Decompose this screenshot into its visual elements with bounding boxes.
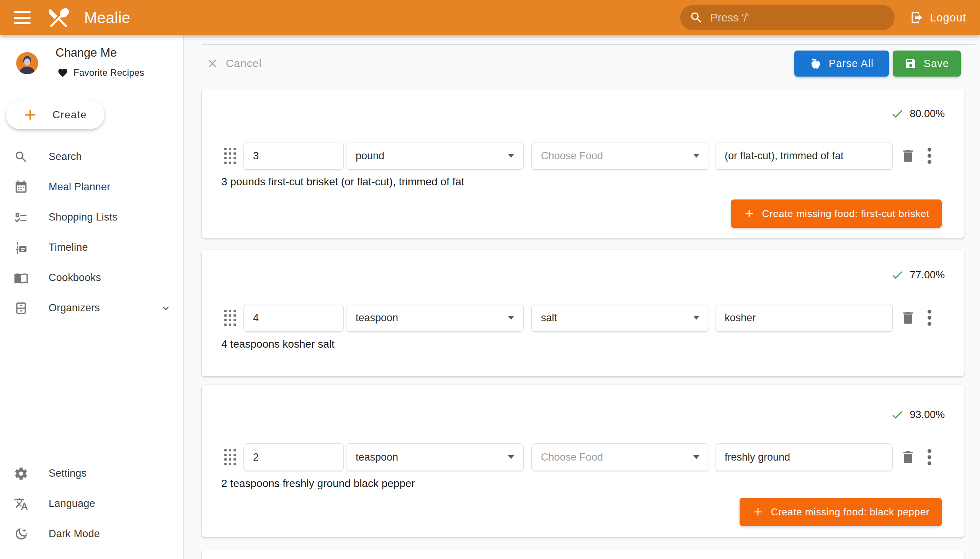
translate-icon [14,496,28,511]
section-divider [202,44,975,45]
mealie-app: Mealie Logout [0,0,980,559]
ingredient-card: 80.00% pound Choose Food [202,89,964,238]
original-ingredient-text: 2 teaspoons freshly ground black pepper [221,478,415,490]
sidebar-item-shopping-lists[interactable]: Shopping Lists [0,202,183,232]
check-icon [891,408,904,422]
trash-icon [900,449,916,465]
dropdown-caret-icon [693,455,699,459]
ingredient-input-row: teaspoon Choose Food [202,443,964,471]
calendar-icon [14,180,28,195]
food-select[interactable]: salt [531,304,709,332]
missing-food-row: Create missing food: first-cut brisket [731,200,942,228]
save-button[interactable]: Save [893,51,961,76]
sidebar-item-organizers[interactable]: Organizers [0,293,183,323]
app-topbar: Mealie Logout [0,0,980,35]
app-title: Mealie [84,9,131,26]
dropdown-caret-icon [508,316,514,320]
food-select[interactable]: Choose Food [531,142,709,170]
dropdown-caret-icon [508,154,514,158]
create-missing-food-button[interactable]: Create missing food: black pepper [740,498,942,526]
gear-icon [14,466,28,481]
plus-icon [22,106,39,123]
confidence-indicator: 80.00% [891,106,945,121]
sidebar-nav: Search Meal Planner Shopping Lists [0,142,183,323]
create-missing-food-button[interactable]: Create missing food: first-cut brisket [731,200,942,228]
create-button[interactable]: Create [6,100,104,129]
check-icon [891,107,904,121]
cancel-button[interactable]: Cancel [206,51,262,76]
ingredient-input-row: pound Choose Food [202,142,964,170]
more-menu-button[interactable] [920,309,939,327]
sidebar-item-language[interactable]: Language [0,489,183,519]
sidebar-divider [0,91,183,91]
note-input[interactable] [715,443,893,471]
heart-icon [58,68,68,78]
search-input[interactable] [710,12,886,24]
unit-select[interactable]: teaspoon [346,304,524,332]
cancel-label: Cancel [226,58,262,70]
drag-handle-icon[interactable] [223,148,237,164]
apple-icon [810,58,822,70]
confidence-indicator: 93.00% [891,407,945,422]
dropdown-caret-icon [693,316,699,320]
parse-all-button[interactable]: Parse All [794,51,889,76]
timeline-icon [14,240,28,255]
moon-icon [14,527,28,541]
unit-select[interactable]: pound [346,142,524,170]
confidence-value: 80.00% [910,108,945,120]
dots-vertical-icon [927,148,931,152]
note-input[interactable] [715,142,893,170]
sidebar-item-cookbooks[interactable]: Cookbooks [0,263,183,293]
drag-handle-icon[interactable] [223,310,237,326]
delete-ingredient-button[interactable] [899,309,917,327]
favorite-recipes-link[interactable]: Favorite Recipes [58,68,144,78]
global-search[interactable] [680,5,895,30]
plus-icon [752,506,764,518]
unit-select[interactable]: teaspoon [346,443,524,471]
menu-icon[interactable] [14,11,31,24]
logout-icon [910,11,924,25]
quantity-input[interactable] [243,142,344,170]
parse-all-label: Parse All [829,58,874,70]
chevron-down-icon [160,302,172,314]
ingredient-input-row: teaspoon salt [202,304,964,332]
logout-label: Logout [930,12,966,24]
avatar[interactable] [16,52,38,74]
confidence-value: 77.00% [910,269,945,281]
more-menu-button[interactable] [920,147,939,165]
check-icon [891,268,904,282]
note-input[interactable] [715,304,893,332]
dots-vertical-icon [927,449,931,453]
sidebar-item-meal-planner[interactable]: Meal Planner [0,172,183,202]
original-ingredient-text: 4 teaspoons kosher salt [221,338,335,350]
dropdown-caret-icon [693,154,699,158]
confidence-indicator: 77.00% [891,267,945,283]
confidence-value: 93.00% [910,409,945,421]
logout-button[interactable]: Logout [910,11,966,25]
organizer-icon [14,301,28,316]
delete-ingredient-button[interactable] [899,448,917,466]
delete-ingredient-button[interactable] [899,147,917,165]
user-block[interactable]: Change Me Favorite Recipes [0,35,183,91]
ingredient-card-partial [202,550,964,559]
quantity-input[interactable] [243,304,344,332]
food-select[interactable]: Choose Food [531,443,709,471]
mealie-logo-icon [46,5,71,30]
drag-handle-icon[interactable] [223,449,237,465]
sidebar-item-timeline[interactable]: Timeline [0,232,183,263]
more-menu-button[interactable] [920,448,939,466]
close-icon [206,57,219,70]
sidebar-item-dark-mode[interactable]: Dark Mode [0,519,183,549]
sidebar-footer: Settings Language Dark Mode [0,458,183,549]
search-icon [14,150,28,164]
save-icon [905,58,917,70]
quantity-input[interactable] [243,443,344,471]
sidebar-item-search[interactable]: Search [0,142,183,172]
sidebar-item-settings[interactable]: Settings [0,458,183,489]
trash-icon [900,310,916,326]
save-label: Save [924,58,949,70]
search-icon [689,11,703,25]
create-label: Create [53,109,87,121]
dots-vertical-icon [927,310,931,314]
plus-icon [743,208,755,220]
